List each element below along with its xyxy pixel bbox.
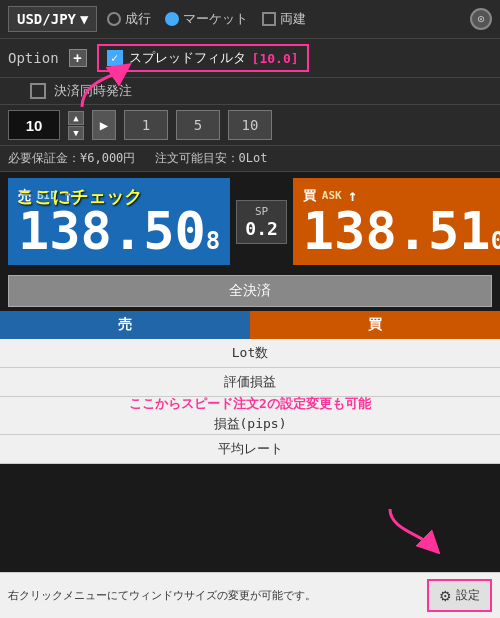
table-cell-pnl-buy <box>333 373 500 391</box>
price-section: 売 BID ↑ ここにチェック 138.508 SP 0.2 買 ASK ↑ 1… <box>0 172 500 271</box>
table-header-row: 売 買 <box>0 311 500 339</box>
spread-filter-label: スプレッドフィルタ <box>129 49 246 67</box>
both-build-check <box>262 12 276 26</box>
settings-small-icon[interactable]: ⊙ <box>470 8 492 30</box>
sell-panel[interactable]: 売 BID ↑ ここにチェック 138.508 <box>8 178 230 265</box>
currency-label: USD/JPY <box>17 11 76 27</box>
sp-box: SP 0.2 <box>236 200 287 244</box>
market-label: マーケット <box>183 10 248 28</box>
buy-price: 138.510 <box>303 205 500 257</box>
table-header-buy: 買 <box>250 311 500 339</box>
settings-button[interactable]: ⚙ 設定 <box>427 579 492 612</box>
header-row: USD/JPY ▼ 成行 マーケット 両建 ⊙ <box>0 0 500 39</box>
table-annotation: ここからスピード注文2の設定変更も可能 <box>129 395 371 413</box>
qty-row: ▲ ▼ ▶ 1 5 10 <box>0 105 500 146</box>
table-cell-pips-sell <box>0 415 167 429</box>
info-row: 必要保証金：¥6,000円 注文可能目安：0Lot <box>0 146 500 172</box>
full-settle-button[interactable]: 全決済 <box>8 275 492 307</box>
table-cell-avgrate-buy <box>333 440 500 458</box>
table-cell-lot-label: Lot数 <box>167 344 334 362</box>
table-header-sell: 売 <box>0 311 250 339</box>
table-row-pips: 損益(pips) ここからスピード注文2の設定変更も可能 <box>0 397 500 435</box>
table-cell-lot-sell <box>0 344 167 362</box>
table-row-lot: Lot数 <box>0 339 500 368</box>
option-row: Option + ✓ スプレッドフィルタ [10.0] <box>0 39 500 78</box>
table-cell-pnl-label: 評価損益 <box>167 373 334 391</box>
sp-value: 0.2 <box>245 218 278 239</box>
play-button[interactable]: ▶ <box>92 110 116 140</box>
margin-info: 必要保証金：¥6,000円 <box>8 151 135 165</box>
table-cell-avgrate-label: 平均レート <box>167 440 334 458</box>
table-cell-pnl-sell <box>0 373 167 391</box>
sp-label: SP <box>255 205 268 218</box>
spread-filter-box[interactable]: ✓ スプレッドフィルタ [10.0] <box>97 44 309 72</box>
table-cell-avgrate-sell <box>0 440 167 458</box>
preset-5[interactable]: 5 <box>176 110 220 140</box>
buy-price-main: 138.51 <box>303 205 491 257</box>
table-cell-lot-buy <box>333 344 500 362</box>
both-build-label: 両建 <box>280 10 306 28</box>
table-section: 売 買 Lot数 評価損益 損益(pips) ここからスピード注文2の設定変更も… <box>0 311 500 464</box>
radio-market[interactable]: マーケット <box>165 10 248 28</box>
dropdown-arrow: ▼ <box>80 11 88 27</box>
sell-price: 138.508 <box>18 205 220 257</box>
preset-1[interactable]: 1 <box>124 110 168 140</box>
stepper-up[interactable]: ▲ <box>68 111 84 125</box>
bottom-bar: 右クリックメニューにてウィンドウサイズの変更が可能です。 ⚙ 設定 <box>0 572 500 618</box>
nariyuki-label: 成行 <box>125 10 151 28</box>
preset-10[interactable]: 10 <box>228 110 272 140</box>
bottom-text: 右クリックメニューにてウィンドウサイズの変更が可能です。 <box>8 588 419 603</box>
currency-select[interactable]: USD/JPY ▼ <box>8 6 97 32</box>
qty-input[interactable] <box>8 110 60 140</box>
option-add-button[interactable]: + <box>69 49 87 67</box>
lot-info: 注文可能目安：0Lot <box>155 151 268 165</box>
full-settle-row: 全決済 <box>0 271 500 311</box>
spread-filter-value: [10.0] <box>252 51 299 66</box>
option-label: Option <box>8 50 59 66</box>
radio-dot-nariyuki <box>107 12 121 26</box>
radio-group: 成行 マーケット 両建 <box>107 10 460 28</box>
table-cell-pips-buy <box>333 415 500 429</box>
table-body: Lot数 評価損益 損益(pips) ここからスピード注文2の設定変更も可能 平… <box>0 339 500 464</box>
buy-panel[interactable]: 買 ASK ↑ 138.510 <box>293 178 500 265</box>
settlement-label: 決済同時発注 <box>54 82 132 100</box>
sell-annotation: ここにチェック <box>16 186 142 208</box>
sell-price-sub: 8 <box>206 229 220 253</box>
settlement-checkbox[interactable] <box>30 83 46 99</box>
radio-dot-market <box>165 12 179 26</box>
both-build-checkbox[interactable]: 両建 <box>262 10 306 28</box>
buy-price-sub: 0 <box>491 229 500 253</box>
radio-nariyuki[interactable]: 成行 <box>107 10 151 28</box>
table-row-pnl: 評価損益 <box>0 368 500 397</box>
table-cell-pips-label: 損益(pips) <box>167 415 334 429</box>
gear-icon: ⚙ <box>439 588 452 604</box>
qty-stepper[interactable]: ▲ ▼ <box>68 111 84 140</box>
table-row-avgrate: 平均レート <box>0 435 500 464</box>
spread-filter-checkbox[interactable]: ✓ <box>107 50 123 66</box>
settings-label: 設定 <box>456 587 480 604</box>
sell-price-main: 138.50 <box>18 205 206 257</box>
stepper-down[interactable]: ▼ <box>68 126 84 140</box>
pink-arrow-annotation-settings <box>380 504 440 558</box>
settlement-row: 決済同時発注 <box>0 78 500 105</box>
